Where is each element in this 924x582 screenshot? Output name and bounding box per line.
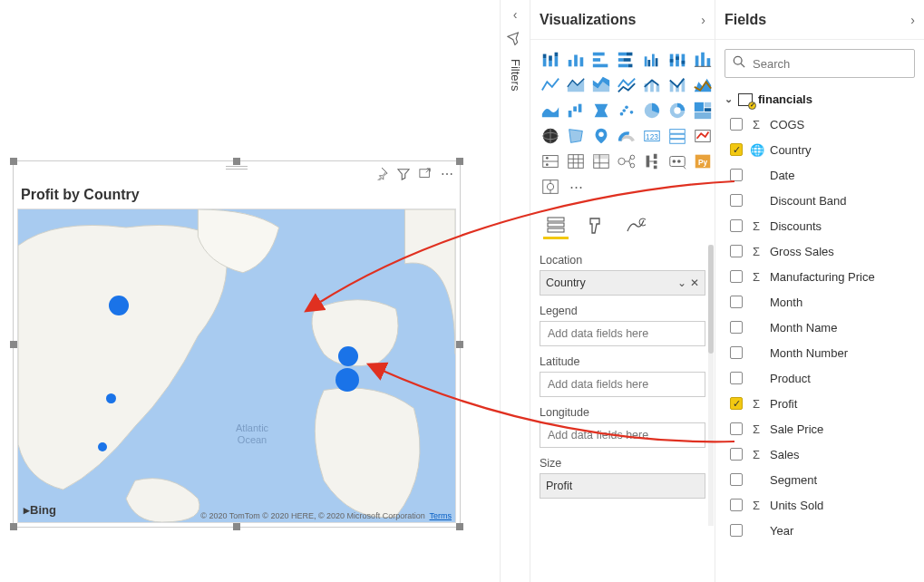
field-checkbox[interactable]	[730, 499, 743, 511]
field-checkbox[interactable]	[730, 169, 743, 181]
size-well[interactable]: Profit	[540, 473, 705, 499]
collapse-fields-icon[interactable]: ›	[910, 13, 915, 27]
field-checkbox[interactable]	[730, 473, 743, 486]
filter-icon[interactable]	[396, 167, 411, 181]
viz-type-icon[interactable]	[565, 100, 587, 121]
field-item[interactable]: ✓🌐Country	[723, 137, 917, 162]
resize-handle[interactable]	[233, 158, 240, 165]
field-item[interactable]: Discount Band	[723, 188, 917, 213]
table-financials[interactable]: ⌄ ✓ financials	[715, 87, 924, 112]
viz-type-icon[interactable]	[616, 49, 637, 71]
viz-type-icon[interactable]	[641, 100, 663, 121]
collapse-viz-icon[interactable]: ›	[701, 13, 705, 27]
analytics-tab[interactable]	[623, 212, 648, 239]
remove-field-icon[interactable]: ✕	[690, 276, 699, 289]
legend-well[interactable]: Add data fields here	[540, 321, 705, 346]
field-item[interactable]: ΣManufacturing Price	[723, 264, 917, 289]
field-checkbox[interactable]	[730, 448, 743, 461]
viz-type-icon[interactable]	[565, 49, 587, 71]
field-checkbox[interactable]	[730, 245, 743, 257]
resize-handle[interactable]	[456, 523, 463, 530]
resize-handle[interactable]	[10, 523, 17, 530]
viz-type-icon[interactable]	[565, 125, 587, 147]
field-item[interactable]: ΣSales	[723, 441, 917, 467]
filters-label[interactable]: Filters	[509, 59, 522, 91]
more-options-icon[interactable]: ⋯	[440, 167, 454, 181]
field-checkbox[interactable]	[730, 321, 743, 334]
fields-search[interactable]	[725, 49, 915, 78]
scrollbar[interactable]	[708, 245, 714, 526]
viz-type-icon[interactable]	[590, 49, 612, 71]
viz-type-icon[interactable]	[666, 74, 688, 96]
viz-type-icon[interactable]: ⋯	[565, 176, 587, 198]
expand-filters-icon[interactable]: ‹	[513, 7, 518, 22]
resize-handle[interactable]	[456, 341, 463, 348]
pin-icon[interactable]	[374, 167, 389, 181]
field-checkbox[interactable]	[730, 118, 743, 131]
viz-type-icon[interactable]	[540, 74, 561, 96]
map-visual[interactable]: ⋯ Profit by Country	[13, 160, 461, 528]
viz-type-icon[interactable]	[641, 74, 663, 96]
viz-type-icon[interactable]	[692, 125, 714, 147]
viz-type-icon[interactable]	[540, 150, 561, 172]
map-area[interactable]: Atlantic Ocean ▸Bing © 2020 TomTom © 202…	[17, 209, 456, 523]
field-checkbox[interactable]: ✓	[730, 143, 743, 156]
field-item[interactable]: Product	[723, 365, 917, 391]
viz-type-icon[interactable]	[616, 100, 637, 121]
field-item[interactable]: ✓ΣProfit	[723, 391, 917, 416]
viz-type-icon[interactable]	[540, 125, 561, 147]
field-item[interactable]: ΣSale Price	[723, 416, 917, 441]
field-item[interactable]: Date	[723, 162, 917, 188]
field-checkbox[interactable]	[730, 422, 743, 435]
terms-link[interactable]: Terms	[430, 511, 452, 520]
viz-type-icon[interactable]	[666, 150, 688, 172]
map-bubble[interactable]	[98, 442, 107, 451]
viz-type-icon[interactable]	[590, 74, 612, 96]
map-bubble[interactable]	[338, 346, 358, 366]
viz-type-icon[interactable]	[616, 150, 637, 172]
viz-type-icon[interactable]	[590, 125, 612, 147]
resize-handle[interactable]	[10, 341, 17, 348]
viz-type-icon[interactable]	[666, 125, 688, 147]
search-input[interactable]	[753, 57, 907, 71]
viz-type-icon[interactable]	[692, 74, 714, 96]
viz-type-icon[interactable]: 123	[641, 125, 663, 147]
viz-type-icon[interactable]	[540, 49, 561, 71]
field-item[interactable]: Month	[723, 289, 917, 315]
field-checkbox[interactable]	[730, 296, 743, 308]
scrollbar-thumb[interactable]	[708, 245, 714, 354]
viz-type-icon[interactable]	[666, 49, 688, 71]
map-bubble[interactable]	[336, 368, 359, 392]
field-checkbox[interactable]	[730, 524, 743, 537]
field-checkbox[interactable]: ✓	[730, 397, 743, 410]
viz-type-icon[interactable]	[565, 150, 587, 172]
viz-type-icon[interactable]	[666, 100, 688, 121]
field-item[interactable]: Month Number	[723, 340, 917, 365]
viz-type-icon[interactable]	[590, 150, 612, 172]
field-checkbox[interactable]	[730, 372, 743, 384]
field-checkbox[interactable]	[730, 270, 743, 283]
latitude-well[interactable]: Add data fields here	[540, 372, 705, 397]
location-well[interactable]: Country ⌄✕	[540, 270, 705, 296]
viz-type-icon[interactable]	[616, 125, 637, 147]
map-bubble[interactable]	[106, 393, 116, 403]
field-item[interactable]: Segment	[723, 467, 917, 492]
fields-tab[interactable]	[543, 212, 569, 239]
report-canvas[interactable]: ⋯ Profit by Country	[0, 0, 500, 582]
resize-handle[interactable]	[456, 158, 463, 165]
viz-type-icon[interactable]	[616, 74, 637, 96]
viz-type-icon[interactable]	[641, 49, 663, 71]
drag-grip[interactable]	[226, 166, 248, 170]
viz-type-icon[interactable]: Py	[692, 150, 714, 172]
field-item[interactable]: ΣCOGS	[723, 112, 917, 137]
field-item[interactable]: Month Name	[723, 315, 917, 340]
resize-handle[interactable]	[233, 523, 240, 530]
field-item[interactable]: Year	[723, 518, 917, 543]
viz-type-icon[interactable]	[692, 100, 714, 121]
longitude-well[interactable]: Add data fields here	[540, 422, 705, 448]
field-checkbox[interactable]	[730, 219, 743, 232]
resize-handle[interactable]	[10, 158, 17, 165]
format-tab[interactable]	[583, 212, 608, 239]
viz-type-icon[interactable]	[641, 150, 663, 172]
viz-type-icon[interactable]	[590, 100, 612, 121]
